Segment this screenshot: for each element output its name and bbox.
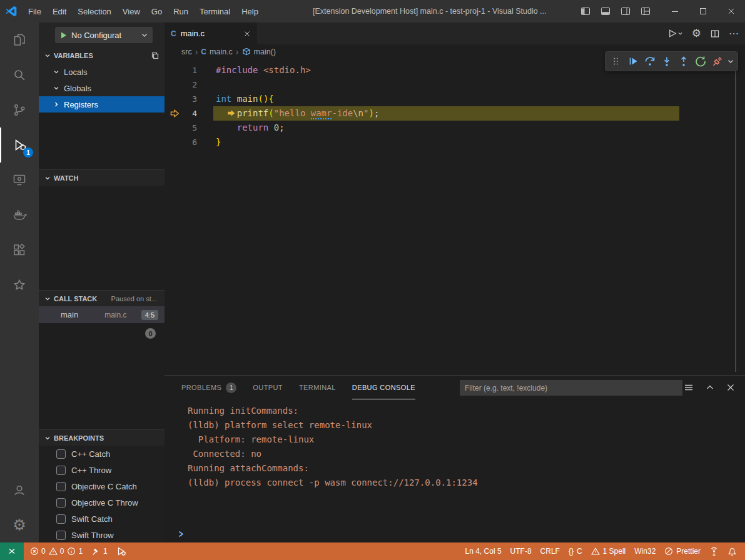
- language-mode[interactable]: {} C: [564, 542, 587, 560]
- breakpoint-label: Objective C Catch: [71, 482, 137, 491]
- radio-tower-icon[interactable]: [705, 542, 723, 560]
- chevron-down-icon: [44, 174, 51, 182]
- chevron-down-icon[interactable]: [726, 53, 736, 70]
- drag-handle-icon[interactable]: [607, 53, 624, 70]
- menu-view[interactable]: View: [117, 0, 146, 22]
- menu-edit[interactable]: Edit: [47, 0, 72, 22]
- breakpoint-checkbox[interactable]: [56, 466, 66, 475]
- continue-icon[interactable]: [624, 53, 641, 70]
- variables-section-header[interactable]: VARIABLES: [39, 48, 165, 64]
- toggle-panel-icon[interactable]: [601, 6, 611, 16]
- step-out-icon[interactable]: [675, 53, 692, 70]
- editor-scrollbar[interactable]: [735, 59, 736, 372]
- restart-icon[interactable]: [692, 53, 709, 70]
- menu-terminal[interactable]: Terminal: [194, 0, 236, 22]
- problems-status[interactable]: 0 0 1: [26, 542, 87, 560]
- minimize-button[interactable]: [661, 0, 689, 22]
- menu-file[interactable]: File: [23, 0, 47, 22]
- eol-sequence[interactable]: CRLF: [536, 542, 564, 560]
- menu-help[interactable]: Help: [236, 0, 264, 22]
- console-line: Running attachCommands:: [188, 461, 745, 476]
- breadcrumb-file[interactable]: main.c: [210, 48, 233, 56]
- breadcrumb-symbol[interactable]: main(): [254, 48, 276, 56]
- more-actions-icon[interactable]: ⋯: [729, 28, 739, 39]
- settings-gear-icon[interactable]: ⚙: [0, 508, 39, 542]
- debug-console-input[interactable]: [177, 530, 185, 538]
- breakpoint-checkbox[interactable]: [56, 449, 66, 459]
- tab-output[interactable]: OUTPUT: [253, 376, 283, 399]
- watch-section-header[interactable]: WATCH: [39, 169, 165, 186]
- breakpoints-section-header[interactable]: BREAKPOINTS: [39, 429, 165, 446]
- tab-terminal[interactable]: TERMINAL: [299, 376, 336, 399]
- spell-checker-status[interactable]: 1 Spell: [587, 542, 631, 560]
- close-tab-icon[interactable]: [243, 30, 251, 38]
- breakpoint-checkbox[interactable]: [56, 531, 66, 540]
- breakpoint-row[interactable]: Objective C Catch: [39, 478, 165, 494]
- chevron-down-icon: [53, 84, 60, 92]
- menu-go[interactable]: Go: [146, 0, 168, 22]
- toggle-sidebar-icon[interactable]: [580, 6, 590, 16]
- debug-status-icon[interactable]: [112, 542, 131, 560]
- debug-console-output[interactable]: Running initCommands: (lldb) platform se…: [165, 399, 745, 490]
- debug-stackframe-arrow-icon: [170, 109, 180, 118]
- remote-indicator[interactable]: [0, 542, 24, 560]
- stack-frame-row[interactable]: main main.c 4:5: [39, 306, 165, 323]
- formatter-status[interactable]: Prettier: [660, 542, 705, 560]
- breadcrumb-src[interactable]: src: [181, 48, 192, 56]
- step-into-icon[interactable]: [658, 53, 675, 70]
- disconnect-icon[interactable]: [709, 53, 726, 70]
- docker-icon[interactable]: [0, 198, 39, 232]
- call-stack-header-label: CALL STACK: [54, 295, 97, 302]
- extensions-icon[interactable]: [0, 232, 39, 268]
- breakpoint-checkbox[interactable]: [56, 514, 66, 524]
- start-debug-icon[interactable]: [59, 31, 68, 39]
- run-debug-icon[interactable]: 1: [0, 128, 39, 162]
- account-icon[interactable]: [0, 472, 39, 508]
- variables-item-registers[interactable]: Registers: [39, 96, 165, 112]
- maximize-button[interactable]: [689, 0, 717, 22]
- menu-run[interactable]: Run: [168, 0, 194, 22]
- filter-input[interactable]: [460, 380, 682, 396]
- window-controls: [580, 0, 745, 22]
- customize-layout-icon[interactable]: [641, 6, 651, 16]
- search-icon[interactable]: [0, 58, 39, 92]
- breakpoint-row[interactable]: C++ Catch: [39, 446, 165, 462]
- tab-debug-console[interactable]: DEBUG CONSOLE: [352, 376, 415, 399]
- gear-icon[interactable]: ⚙: [692, 28, 701, 39]
- breakpoint-row[interactable]: C++ Throw: [39, 462, 165, 478]
- step-over-icon[interactable]: [641, 53, 658, 70]
- copy-value-icon[interactable]: [151, 51, 160, 60]
- editor-gutter[interactable]: 1 2 3 4 5 6: [165, 63, 197, 149]
- call-stack-section-header[interactable]: CALL STACK Paused on st...: [39, 290, 165, 306]
- breakpoint-row[interactable]: Swift Catch: [39, 511, 165, 527]
- chevron-down-icon: [53, 68, 60, 76]
- split-editor-icon[interactable]: [710, 29, 720, 39]
- breakpoint-checkbox[interactable]: [56, 482, 66, 491]
- tab-main-c[interactable]: C main.c: [165, 22, 257, 44]
- variables-item-globals[interactable]: Globals: [39, 80, 165, 96]
- output-actions-icon[interactable]: [684, 382, 694, 392]
- breakpoint-checkbox[interactable]: [56, 498, 66, 508]
- breakpoint-row[interactable]: Swift Throw: [39, 527, 165, 542]
- variables-item-locals[interactable]: Locals: [39, 64, 165, 80]
- line-number: 3: [165, 92, 197, 106]
- close-panel-icon[interactable]: [726, 383, 735, 392]
- tab-problems[interactable]: PROBLEMS 1: [181, 376, 236, 399]
- cursor-position[interactable]: Ln 4, Col 5: [461, 542, 506, 560]
- run-file-icon[interactable]: [667, 28, 683, 39]
- code-editor[interactable]: 1 2 3 4 5 6 #include <stdio.h> int main(…: [165, 59, 745, 375]
- source-control-icon[interactable]: [0, 92, 39, 128]
- close-button[interactable]: [717, 0, 745, 22]
- toggle-secondary-sidebar-icon[interactable]: [621, 6, 631, 16]
- star-icon[interactable]: [0, 268, 39, 302]
- launch-config-dropdown[interactable]: No Configurat: [55, 27, 153, 43]
- breakpoint-row[interactable]: Objective C Throw: [39, 494, 165, 511]
- build-target[interactable]: Win32: [630, 542, 660, 560]
- maximize-panel-icon[interactable]: [706, 383, 714, 392]
- tools-status[interactable]: 1: [87, 542, 112, 560]
- notifications-bell-icon[interactable]: [723, 542, 741, 560]
- menu-selection[interactable]: Selection: [72, 0, 116, 22]
- explorer-icon[interactable]: [0, 22, 39, 58]
- remote-explorer-icon[interactable]: [0, 162, 39, 198]
- encoding[interactable]: UTF-8: [506, 542, 536, 560]
